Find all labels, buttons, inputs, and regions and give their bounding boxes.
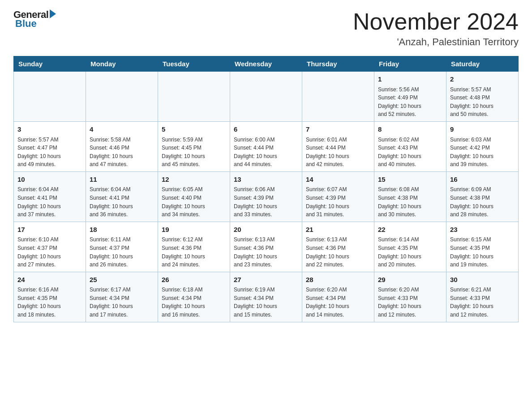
week-row-2: 3Sunrise: 5:57 AM Sunset: 4:47 PM Daylig…: [14, 122, 519, 172]
day-number: 8: [378, 124, 442, 135]
day-info: Sunrise: 6:04 AM Sunset: 4:41 PM Dayligh…: [17, 185, 82, 218]
day-cell: [86, 72, 158, 122]
day-cell: 23Sunrise: 6:15 AM Sunset: 4:35 PM Dayli…: [446, 222, 519, 272]
day-cell: 30Sunrise: 6:21 AM Sunset: 4:33 PM Dayli…: [446, 272, 519, 322]
calendar-title: November 2024: [353, 9, 519, 34]
day-number: 3: [17, 124, 82, 135]
day-info: Sunrise: 6:13 AM Sunset: 4:36 PM Dayligh…: [306, 235, 370, 269]
col-header-tuesday: Tuesday: [158, 56, 230, 72]
day-number: 18: [90, 225, 154, 235]
day-cell: 16Sunrise: 6:09 AM Sunset: 4:38 PM Dayli…: [446, 171, 519, 222]
day-info: Sunrise: 6:20 AM Sunset: 4:33 PM Dayligh…: [378, 286, 442, 319]
day-info: Sunrise: 6:09 AM Sunset: 4:38 PM Dayligh…: [450, 185, 515, 218]
col-header-saturday: Saturday: [446, 56, 519, 72]
day-number: 17: [17, 225, 82, 235]
day-number: 11: [90, 175, 154, 185]
day-info: Sunrise: 6:10 AM Sunset: 4:37 PM Dayligh…: [17, 235, 82, 269]
day-cell: 11Sunrise: 6:04 AM Sunset: 4:41 PM Dayli…: [86, 171, 158, 222]
day-info: Sunrise: 6:16 AM Sunset: 4:35 PM Dayligh…: [17, 286, 82, 319]
day-number: 10: [17, 175, 82, 185]
day-info: Sunrise: 6:01 AM Sunset: 4:44 PM Dayligh…: [306, 136, 370, 169]
day-cell: [230, 72, 302, 122]
col-header-thursday: Thursday: [302, 56, 374, 72]
day-info: Sunrise: 6:14 AM Sunset: 4:35 PM Dayligh…: [378, 235, 442, 269]
week-row-4: 17Sunrise: 6:10 AM Sunset: 4:37 PM Dayli…: [14, 222, 519, 272]
day-cell: 15Sunrise: 6:08 AM Sunset: 4:38 PM Dayli…: [374, 171, 446, 222]
day-number: 2: [450, 74, 515, 85]
day-info: Sunrise: 6:07 AM Sunset: 4:39 PM Dayligh…: [306, 185, 370, 218]
week-row-1: 1Sunrise: 5:56 AM Sunset: 4:49 PM Daylig…: [14, 72, 519, 122]
day-info: Sunrise: 5:59 AM Sunset: 4:45 PM Dayligh…: [162, 136, 226, 169]
day-number: 7: [306, 124, 370, 135]
day-info: Sunrise: 6:12 AM Sunset: 4:36 PM Dayligh…: [162, 235, 226, 269]
day-cell: 13Sunrise: 6:06 AM Sunset: 4:39 PM Dayli…: [230, 171, 302, 222]
day-info: Sunrise: 6:20 AM Sunset: 4:34 PM Dayligh…: [306, 286, 370, 319]
calendar-location: 'Anzah, Palestinian Territory: [353, 36, 519, 48]
day-info: Sunrise: 5:58 AM Sunset: 4:46 PM Dayligh…: [90, 136, 154, 169]
week-row-5: 24Sunrise: 6:16 AM Sunset: 4:35 PM Dayli…: [14, 272, 519, 322]
page-header: General Blue November 2024 'Anzah, Pales…: [13, 9, 519, 48]
day-cell: 14Sunrise: 6:07 AM Sunset: 4:39 PM Dayli…: [302, 171, 374, 222]
day-number: 27: [234, 275, 298, 285]
day-number: 21: [306, 225, 370, 235]
logo: General Blue: [13, 9, 56, 30]
day-cell: 1Sunrise: 5:56 AM Sunset: 4:49 PM Daylig…: [374, 72, 446, 122]
logo-triangle-icon: [50, 9, 56, 18]
day-number: 24: [17, 275, 82, 285]
day-number: 16: [450, 175, 515, 185]
day-info: Sunrise: 6:02 AM Sunset: 4:43 PM Dayligh…: [378, 136, 442, 169]
col-header-sunday: Sunday: [14, 56, 86, 72]
title-block: November 2024 'Anzah, Palestinian Territ…: [353, 9, 519, 48]
day-info: Sunrise: 6:18 AM Sunset: 4:34 PM Dayligh…: [162, 286, 226, 319]
day-info: Sunrise: 5:57 AM Sunset: 4:48 PM Dayligh…: [450, 86, 515, 119]
day-number: 30: [450, 275, 515, 285]
week-row-3: 10Sunrise: 6:04 AM Sunset: 4:41 PM Dayli…: [14, 171, 519, 222]
day-cell: 17Sunrise: 6:10 AM Sunset: 4:37 PM Dayli…: [14, 222, 86, 272]
day-info: Sunrise: 6:03 AM Sunset: 4:42 PM Dayligh…: [450, 136, 515, 169]
day-cell: 5Sunrise: 5:59 AM Sunset: 4:45 PM Daylig…: [158, 122, 230, 172]
day-cell: 12Sunrise: 6:05 AM Sunset: 4:40 PM Dayli…: [158, 171, 230, 222]
day-number: 25: [90, 275, 154, 285]
day-info: Sunrise: 6:06 AM Sunset: 4:39 PM Dayligh…: [234, 185, 298, 218]
day-info: Sunrise: 5:57 AM Sunset: 4:47 PM Dayligh…: [17, 136, 82, 169]
day-cell: 24Sunrise: 6:16 AM Sunset: 4:35 PM Dayli…: [14, 272, 86, 322]
day-number: 14: [306, 175, 370, 185]
day-info: Sunrise: 6:08 AM Sunset: 4:38 PM Dayligh…: [378, 185, 442, 218]
day-cell: 2Sunrise: 5:57 AM Sunset: 4:48 PM Daylig…: [446, 72, 519, 122]
day-number: 4: [90, 124, 154, 135]
day-cell: 26Sunrise: 6:18 AM Sunset: 4:34 PM Dayli…: [158, 272, 230, 322]
day-number: 26: [162, 275, 226, 285]
day-cell: 10Sunrise: 6:04 AM Sunset: 4:41 PM Dayli…: [14, 171, 86, 222]
day-cell: 28Sunrise: 6:20 AM Sunset: 4:34 PM Dayli…: [302, 272, 374, 322]
day-cell: 6Sunrise: 6:00 AM Sunset: 4:44 PM Daylig…: [230, 122, 302, 172]
day-cell: [158, 72, 230, 122]
day-info: Sunrise: 6:13 AM Sunset: 4:36 PM Dayligh…: [234, 235, 298, 269]
col-header-friday: Friday: [374, 56, 446, 72]
day-cell: 8Sunrise: 6:02 AM Sunset: 4:43 PM Daylig…: [374, 122, 446, 172]
day-info: Sunrise: 6:17 AM Sunset: 4:34 PM Dayligh…: [90, 286, 154, 319]
day-number: 5: [162, 124, 226, 135]
day-number: 28: [306, 275, 370, 285]
day-number: 12: [162, 175, 226, 185]
day-number: 19: [162, 225, 226, 235]
day-cell: [14, 72, 86, 122]
day-number: 15: [378, 175, 442, 185]
col-header-wednesday: Wednesday: [230, 56, 302, 72]
day-cell: 20Sunrise: 6:13 AM Sunset: 4:36 PM Dayli…: [230, 222, 302, 272]
header-row: SundayMondayTuesdayWednesdayThursdayFrid…: [14, 56, 519, 72]
day-number: 29: [378, 275, 442, 285]
day-info: Sunrise: 6:04 AM Sunset: 4:41 PM Dayligh…: [90, 185, 154, 218]
day-number: 9: [450, 124, 515, 135]
day-cell: 9Sunrise: 6:03 AM Sunset: 4:42 PM Daylig…: [446, 122, 519, 172]
day-cell: 21Sunrise: 6:13 AM Sunset: 4:36 PM Dayli…: [302, 222, 374, 272]
day-cell: 27Sunrise: 6:19 AM Sunset: 4:34 PM Dayli…: [230, 272, 302, 322]
day-cell: 4Sunrise: 5:58 AM Sunset: 4:46 PM Daylig…: [86, 122, 158, 172]
calendar-table: SundayMondayTuesdayWednesdayThursdayFrid…: [13, 56, 519, 322]
day-cell: 18Sunrise: 6:11 AM Sunset: 4:37 PM Dayli…: [86, 222, 158, 272]
day-info: Sunrise: 6:21 AM Sunset: 4:33 PM Dayligh…: [450, 286, 515, 319]
day-info: Sunrise: 6:05 AM Sunset: 4:40 PM Dayligh…: [162, 185, 226, 218]
day-number: 1: [378, 74, 442, 85]
day-cell: 22Sunrise: 6:14 AM Sunset: 4:35 PM Dayli…: [374, 222, 446, 272]
day-number: 22: [378, 225, 442, 235]
day-number: 20: [234, 225, 298, 235]
